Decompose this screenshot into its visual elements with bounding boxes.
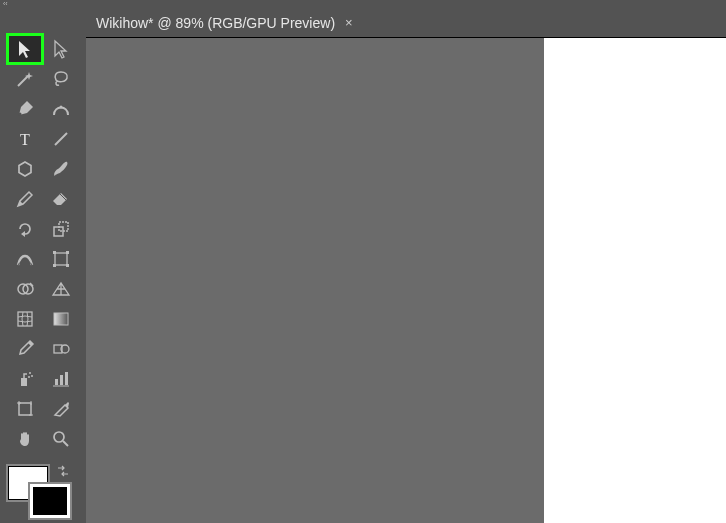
gradient-tool[interactable] xyxy=(43,304,79,334)
eraser-icon xyxy=(51,189,71,209)
svg-point-0 xyxy=(19,113,22,116)
blend-tool[interactable] xyxy=(43,334,79,364)
rotate-icon xyxy=(15,219,35,239)
svg-rect-11 xyxy=(53,264,56,267)
artboard-icon xyxy=(15,399,35,419)
artboard-canvas xyxy=(544,38,726,523)
svg-rect-9 xyxy=(53,251,56,254)
svg-line-33 xyxy=(63,441,68,446)
svg-rect-12 xyxy=(66,264,69,267)
paintbrush-icon xyxy=(51,159,71,179)
slice-tool[interactable] xyxy=(43,394,79,424)
direct-selection-tool[interactable] xyxy=(43,34,79,64)
selection-icon xyxy=(15,39,35,59)
pencil-tool[interactable] xyxy=(7,184,43,214)
column-graph-icon xyxy=(51,369,71,389)
pasteboard xyxy=(86,38,544,523)
curvature-icon xyxy=(51,99,71,119)
shape-builder-icon xyxy=(15,279,35,299)
svg-rect-10 xyxy=(66,251,69,254)
color-swatches xyxy=(8,466,68,523)
lasso-tool[interactable] xyxy=(43,64,79,94)
svg-rect-27 xyxy=(19,403,31,415)
tools-panel: T xyxy=(0,8,86,523)
type-tool[interactable]: T xyxy=(7,124,43,154)
svg-rect-8 xyxy=(55,253,67,265)
slice-icon xyxy=(51,399,71,419)
svg-text:T: T xyxy=(20,131,30,148)
selection-tool[interactable] xyxy=(7,34,43,64)
svg-rect-16 xyxy=(54,313,68,325)
paintbrush-tool[interactable] xyxy=(43,154,79,184)
svg-marker-4 xyxy=(19,162,31,176)
svg-rect-23 xyxy=(55,379,58,385)
width-icon xyxy=(15,249,35,269)
hand-icon xyxy=(15,429,35,449)
document-tab-title: Wikihow* @ 89% (RGB/GPU Preview) xyxy=(96,15,335,31)
svg-point-21 xyxy=(31,375,33,377)
eyedropper-tool[interactable] xyxy=(7,334,43,364)
hand-tool[interactable] xyxy=(7,424,43,454)
mesh-tool[interactable] xyxy=(7,304,43,334)
canvas-viewport[interactable] xyxy=(86,38,726,523)
free-transform-icon xyxy=(51,249,71,269)
svg-point-32 xyxy=(54,432,64,442)
svg-rect-19 xyxy=(21,378,27,386)
shape-builder-tool[interactable] xyxy=(7,274,43,304)
line-segment-tool[interactable] xyxy=(43,124,79,154)
pen-tool[interactable] xyxy=(7,94,43,124)
magic-wand-tool[interactable] xyxy=(7,64,43,94)
perspective-grid-tool[interactable] xyxy=(43,274,79,304)
document-tab-bar: Wikihow* @ 89% (RGB/GPU Preview) × xyxy=(86,8,726,38)
svg-rect-25 xyxy=(65,372,68,385)
panel-collapse-handle[interactable]: ‹‹ xyxy=(0,0,86,8)
type-icon: T xyxy=(15,129,35,149)
svg-point-20 xyxy=(29,372,31,374)
svg-line-3 xyxy=(55,133,67,145)
column-graph-tool[interactable] xyxy=(43,364,79,394)
blend-icon xyxy=(51,339,71,359)
scale-tool[interactable] xyxy=(43,214,79,244)
pencil-icon xyxy=(15,189,35,209)
eyedropper-icon xyxy=(15,339,35,359)
eraser-tool[interactable] xyxy=(43,184,79,214)
curvature-tool[interactable] xyxy=(43,94,79,124)
hexagon-icon xyxy=(15,159,35,179)
direct-selection-icon xyxy=(51,39,71,59)
mesh-icon xyxy=(15,309,35,329)
pen-icon xyxy=(15,99,35,119)
tab-close-button[interactable]: × xyxy=(345,15,353,30)
rotate-tool[interactable] xyxy=(7,214,43,244)
tools-grid: T xyxy=(7,10,79,454)
scale-icon xyxy=(51,219,71,239)
zoom-icon xyxy=(51,429,71,449)
width-tool[interactable] xyxy=(7,244,43,274)
svg-point-22 xyxy=(28,376,30,378)
magic-wand-icon xyxy=(15,69,35,89)
symbol-sprayer-tool[interactable] xyxy=(7,364,43,394)
line-icon xyxy=(51,129,71,149)
document-tab[interactable]: Wikihow* @ 89% (RGB/GPU Preview) × xyxy=(86,8,363,37)
perspective-grid-icon xyxy=(51,279,71,299)
svg-point-1 xyxy=(60,106,63,109)
lasso-icon xyxy=(51,69,71,89)
symbol-sprayer-icon xyxy=(15,369,35,389)
svg-rect-15 xyxy=(18,312,32,326)
document-area: Wikihow* @ 89% (RGB/GPU Preview) × xyxy=(86,8,726,523)
zoom-tool[interactable] xyxy=(43,424,79,454)
free-transform-tool[interactable] xyxy=(43,244,79,274)
svg-rect-24 xyxy=(60,375,63,385)
artboard-tool[interactable] xyxy=(7,394,43,424)
shape-tool[interactable] xyxy=(7,154,43,184)
gradient-icon xyxy=(51,309,71,329)
swap-colors-icon[interactable] xyxy=(56,464,70,478)
stroke-color-swatch[interactable] xyxy=(30,484,70,518)
